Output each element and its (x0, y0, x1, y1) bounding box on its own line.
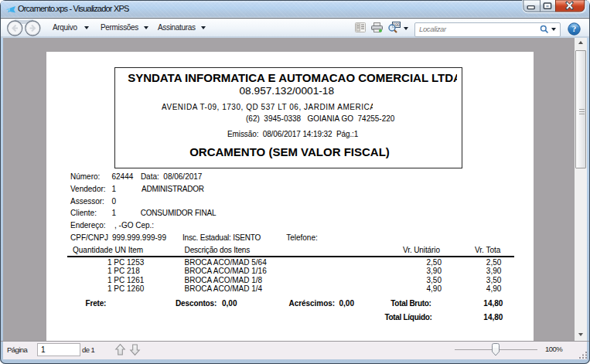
svg-text:?: ? (572, 24, 577, 33)
